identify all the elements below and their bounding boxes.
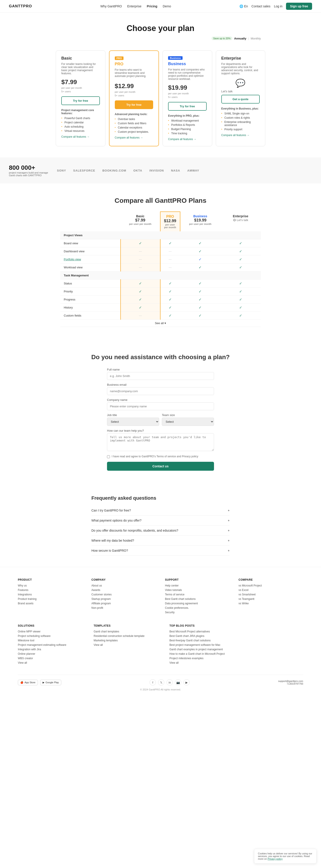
company-input[interactable] [107,402,214,410]
footer-link[interactable]: Help center [165,584,230,587]
enterprise-quote-button[interactable]: Get a quote [221,95,260,103]
faq-item-1[interactable]: Can I try GanttPRO for free? + [91,505,230,516]
footer-link[interactable]: vs Teamgantt [238,597,303,600]
pro-try-button[interactable]: Try for free [115,100,153,109]
footer-link[interactable]: About us [91,584,156,587]
form-title: Do you need assistance with choosing a p… [9,353,312,361]
nav-logo: GANTTPRO [9,4,32,8]
footer-link[interactable]: Best Gantt chart solutions [165,597,230,600]
nav-why[interactable]: Why GanttPRO [100,4,122,8]
faq-item-4[interactable]: Where will my data be hosted? + [91,536,230,546]
footer-link[interactable]: Startup program [91,597,156,600]
enterprise-compare-link[interactable]: Compare all features → [221,134,260,137]
footer-link[interactable]: Cookie preferences. [165,606,230,610]
pro-compare-link[interactable]: Compare all features → [115,136,153,139]
footer-link[interactable]: vs Smartsheet [238,593,303,596]
instagram-icon[interactable]: 📷 [175,679,181,685]
fullname-input[interactable] [107,372,214,380]
footer-link[interactable]: vs Excel [238,588,303,592]
basic-compare-link[interactable]: Compare all features → [61,135,100,138]
pro-title: PRO [115,62,153,66]
footer-link[interactable]: Marketing templates [94,639,160,642]
footer-col-compare: COMPARE vs Microsoft Project vs Excel vs… [238,578,303,615]
footer-link[interactable]: Features [18,588,83,592]
nav-globe[interactable]: 🌐 En [239,4,248,8]
terms-checkbox[interactable] [107,455,110,458]
footer-link[interactable]: Video tutorials [165,588,230,592]
business-badge: Business [168,56,183,60]
jobtitle-select[interactable]: Select [107,417,159,426]
footer-link[interactable]: vs Wrike [238,602,303,605]
footer-link[interactable]: Best Gantt chart JIRA plugins [169,634,303,638]
company-label: Company name [107,398,214,402]
footer-link[interactable]: How to make a Gantt chart in Microsoft P… [169,652,303,655]
help-group: How can our team help you? [107,429,214,452]
email-input[interactable] [107,387,214,395]
compare-col-basic: Basic $7.99 per user per month [121,212,160,231]
compare-col-business: Business $19.99 per user per month [180,212,221,231]
footer-link[interactable]: Why us [18,584,83,587]
basic-feature-3: Auto scheduling [61,125,100,128]
nav-demo[interactable]: Demo [163,4,171,8]
table-row: Portfolio view — — ✓ ✓ [60,255,261,264]
see-all-button[interactable]: See all ▾ [155,321,166,325]
footer-link[interactable]: Terms of service [165,593,230,596]
footer-link[interactable]: Integrations [18,593,83,596]
business-try-button[interactable]: Try for free [168,102,206,111]
footer-link[interactable]: Online MPP viewer [18,630,85,633]
business-compare-link[interactable]: Compare all features → [168,137,206,141]
footer-link[interactable]: Product training [18,597,83,600]
footer-link[interactable]: Best Microsoft Project alternatives [169,630,303,633]
footer-link[interactable]: Gantt chart examples in project manageme… [169,648,303,651]
nav-enterprise[interactable]: Enterprise [127,4,141,8]
footer-link[interactable]: View all [169,661,303,664]
footer-col-company: COMPANY About us Awards Customer stories… [91,578,156,615]
footer-link[interactable]: Brand assets [18,602,83,605]
footer-link[interactable]: Non-profit [91,606,156,610]
faq-question-1: Can I try GanttPRO for free? [91,508,131,512]
faq-item-2[interactable]: What payment options do you offer? + [91,516,230,526]
nav-pricing[interactable]: Pricing [147,4,157,8]
basic-try-button[interactable]: Try for free [61,96,100,105]
nav-login[interactable]: Log in [274,4,283,8]
footer-link[interactable]: Security [165,611,230,614]
toggle-monthly[interactable]: Monthly [251,37,261,40]
table-row: Workload view — — ✓ ✓ [60,264,261,272]
footer-link[interactable]: Gantt chart templates [94,630,160,633]
youtube-icon[interactable]: ▶ [184,679,190,685]
teamsize-select[interactable]: Select [162,417,214,426]
appstore-badge[interactable]: 🍎 App Store [18,680,38,685]
footer-link[interactable]: Affiliate program [91,602,156,605]
footer-link[interactable]: Residential construction schedule templa… [94,634,160,638]
footer-link[interactable]: Integration with Jira [18,648,85,651]
footer-link[interactable]: Best project management software for Mac [169,643,303,647]
footer-link[interactable]: View all [94,643,160,647]
footer-link[interactable]: Data processing agreement [165,602,230,605]
linkedin-icon[interactable]: in [166,679,173,685]
faq-plus-icon-1: + [228,508,230,512]
footer-link[interactable]: vs Microsoft Project [238,584,303,587]
pro-feature-4: Custom project templates. [115,130,153,133]
footer-link[interactable]: View all [18,661,85,664]
footer-link[interactable]: Project milestones examples [169,657,303,660]
twitter-icon[interactable]: 𝕏 [158,679,164,685]
nav-signup-button[interactable]: Sign up free [286,3,312,10]
footer-link[interactable]: Best-free/pay Gantt chart solutions [169,639,303,642]
facebook-icon[interactable]: f [150,679,156,685]
faq-item-5[interactable]: How secure is GanttPRO? + [91,546,230,556]
footer-company-title: COMPANY [91,578,156,581]
footer-link[interactable]: Project scheduling software [18,634,85,638]
help-textarea[interactable] [107,433,214,451]
footer-link[interactable]: WBS creator [18,657,85,660]
playstore-badge[interactable]: ▶ Google Play [40,680,61,685]
toggle-annual[interactable]: Annually [234,37,246,40]
enterprise-feature-3: Enterprise onboarding assistance [221,121,260,127]
footer-link[interactable]: Awards [91,588,156,592]
footer-link[interactable]: Milestone tool [18,639,85,642]
footer-link[interactable]: Online planner [18,652,85,655]
nav-contact-sales[interactable]: Contact sales [252,4,270,8]
footer-link[interactable]: Customer stories [91,593,156,596]
faq-item-3[interactable]: Do you offer discounts for nonprofits, s… [91,526,230,536]
contact-submit-button[interactable]: Contact us [107,462,214,471]
footer-link[interactable]: Project management estimating software [18,643,85,647]
